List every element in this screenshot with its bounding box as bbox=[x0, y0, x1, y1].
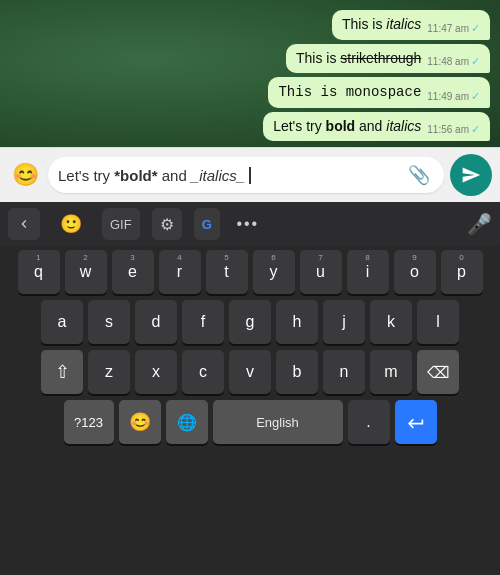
chat-area: This is italics 11:47 am ✓ This is strik… bbox=[0, 0, 500, 147]
message-text: This is italics bbox=[342, 15, 421, 35]
back-icon bbox=[16, 216, 32, 232]
message-time: 11:49 am bbox=[427, 91, 469, 102]
message-bubble: This is strikethrough 11:48 am ✓ bbox=[286, 44, 490, 74]
key-g[interactable]: g bbox=[229, 300, 271, 344]
key-o[interactable]: 9o bbox=[394, 250, 436, 294]
key-f[interactable]: f bbox=[182, 300, 224, 344]
read-receipt: ✓ bbox=[471, 55, 480, 68]
key-i[interactable]: 8i bbox=[347, 250, 389, 294]
key-z[interactable]: z bbox=[88, 350, 130, 394]
key-r[interactable]: 4r bbox=[159, 250, 201, 294]
key-j[interactable]: j bbox=[323, 300, 365, 344]
key-d[interactable]: d bbox=[135, 300, 177, 344]
space-label: English bbox=[256, 415, 299, 430]
globe-key[interactable]: 🌐 bbox=[166, 400, 208, 444]
sticker-button[interactable]: 🙂 bbox=[52, 208, 90, 240]
translate-button[interactable]: G bbox=[194, 208, 220, 240]
read-receipt: ✓ bbox=[471, 90, 480, 103]
key-p[interactable]: 0p bbox=[441, 250, 483, 294]
keyboard-back-button[interactable] bbox=[8, 208, 40, 240]
key-v[interactable]: v bbox=[229, 350, 271, 394]
gif-button[interactable]: GIF bbox=[102, 208, 140, 240]
period-key[interactable]: . bbox=[348, 400, 390, 444]
key-x[interactable]: x bbox=[135, 350, 177, 394]
message-text: Let's try bold and italics bbox=[273, 117, 421, 137]
enter-key[interactable] bbox=[395, 400, 437, 444]
key-h[interactable]: h bbox=[276, 300, 318, 344]
toolbar-left: 🙂 GIF ⚙ G ••• bbox=[8, 208, 264, 240]
mic-button[interactable]: 🎤 bbox=[467, 212, 492, 236]
enter-icon bbox=[406, 414, 426, 430]
key-l[interactable]: l bbox=[417, 300, 459, 344]
key-row-3: ⇧ z x c v b n m ⌫ bbox=[3, 350, 497, 394]
message-bubble: This is italics 11:47 am ✓ bbox=[332, 10, 490, 40]
key-a[interactable]: a bbox=[41, 300, 83, 344]
key-row-2: a s d f g h j k l bbox=[3, 300, 497, 344]
message-time: 11:47 am bbox=[427, 23, 469, 34]
send-icon bbox=[461, 165, 481, 185]
message-time: 11:48 am bbox=[427, 56, 469, 67]
send-button[interactable] bbox=[450, 154, 492, 196]
settings-button[interactable]: ⚙ bbox=[152, 208, 182, 240]
key-m[interactable]: m bbox=[370, 350, 412, 394]
key-c[interactable]: c bbox=[182, 350, 224, 394]
message-meta: 11:49 am ✓ bbox=[427, 90, 480, 103]
key-q[interactable]: 1q bbox=[18, 250, 60, 294]
sym-key[interactable]: ?123 bbox=[64, 400, 114, 444]
attach-button[interactable]: 📎 bbox=[404, 164, 434, 186]
message-bubble: Let's try bold and italics 11:56 am ✓ bbox=[263, 112, 490, 142]
key-row-1: 1q 2w 3e 4r 5t 6y 7u 8i 9o 0p bbox=[3, 250, 497, 294]
key-y[interactable]: 6y bbox=[253, 250, 295, 294]
key-e[interactable]: 3e bbox=[112, 250, 154, 294]
keyboard: 1q 2w 3e 4r 5t 6y 7u 8i 9o 0p a s d f g … bbox=[0, 246, 500, 575]
key-k[interactable]: k bbox=[370, 300, 412, 344]
space-key[interactable]: English bbox=[213, 400, 343, 444]
keyboard-toolbar: 🙂 GIF ⚙ G ••• 🎤 bbox=[0, 202, 500, 246]
key-row-4: ?123 😊 🌐 English . bbox=[3, 400, 497, 444]
message-meta: 11:56 am ✓ bbox=[427, 123, 480, 136]
key-w[interactable]: 2w bbox=[65, 250, 107, 294]
key-n[interactable]: n bbox=[323, 350, 365, 394]
key-u[interactable]: 7u bbox=[300, 250, 342, 294]
message-text: This is strikethrough bbox=[296, 49, 421, 69]
delete-key[interactable]: ⌫ bbox=[417, 350, 459, 394]
gif-label: GIF bbox=[110, 217, 132, 232]
key-b[interactable]: b bbox=[276, 350, 318, 394]
input-area: 😊 Let's try *bold* and _italics_ 📎 bbox=[0, 147, 500, 202]
emoji-button[interactable]: 😊 bbox=[8, 158, 42, 192]
message-bubble: This is monospace 11:49 am ✓ bbox=[268, 77, 490, 108]
key-t[interactable]: 5t bbox=[206, 250, 248, 294]
emoji-key[interactable]: 😊 bbox=[119, 400, 161, 444]
shift-key[interactable]: ⇧ bbox=[41, 350, 83, 394]
message-input[interactable]: Let's try *bold* and _italics_ 📎 bbox=[48, 157, 444, 193]
more-button[interactable]: ••• bbox=[232, 208, 264, 240]
message-text: This is monospace bbox=[278, 82, 421, 103]
message-meta: 11:47 am ✓ bbox=[427, 22, 480, 35]
read-receipt: ✓ bbox=[471, 22, 480, 35]
input-text: Let's try *bold* and _italics_ bbox=[58, 167, 404, 184]
message-meta: 11:48 am ✓ bbox=[427, 55, 480, 68]
read-receipt: ✓ bbox=[471, 123, 480, 136]
key-s[interactable]: s bbox=[88, 300, 130, 344]
message-time: 11:56 am bbox=[427, 124, 469, 135]
